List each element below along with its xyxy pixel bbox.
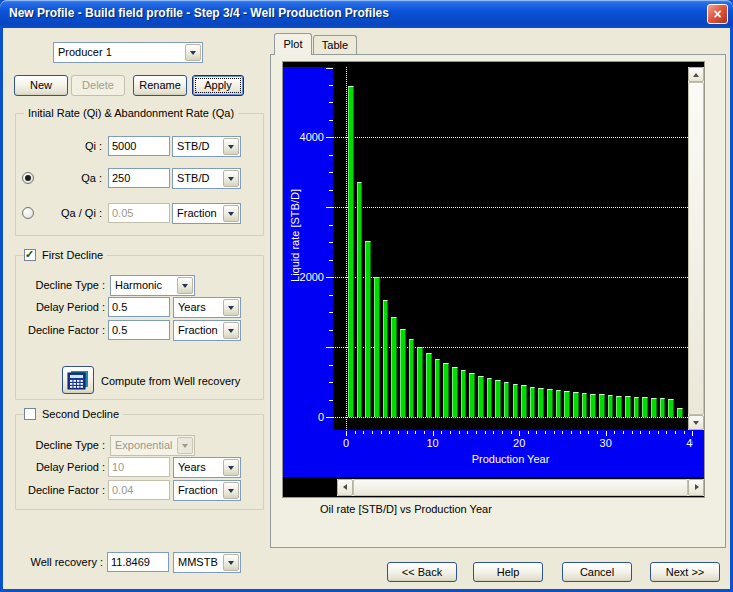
y-tick — [329, 120, 333, 121]
gridline — [333, 137, 688, 138]
x-tick — [692, 431, 693, 436]
qaqi-unit-select[interactable]: Fraction — [172, 203, 241, 224]
scroll-up-button[interactable] — [688, 67, 704, 82]
second-decline-factor-unit-select[interactable]: Fraction — [173, 480, 241, 501]
horizontal-scrollbar[interactable] — [337, 479, 704, 496]
chevron-down-icon[interactable] — [223, 322, 239, 339]
vertical-scrollbar[interactable] — [688, 67, 704, 430]
x-tick — [407, 431, 408, 434]
x-tick-label: 40 — [686, 437, 693, 449]
well-recovery-unit-select[interactable]: MMSTB — [173, 552, 241, 573]
bar — [461, 370, 467, 417]
producer-select[interactable]: Producer 1 — [53, 42, 203, 63]
x-tick — [640, 431, 641, 434]
chevron-down-icon[interactable] — [185, 44, 201, 61]
chart-caption: Oil rate [STB/D] vs Production Year — [320, 503, 492, 515]
x-tick — [588, 431, 589, 434]
tab-table[interactable]: Table — [313, 35, 357, 54]
chevron-down-icon[interactable] — [223, 554, 239, 571]
qa-unit-value: STB/D — [177, 172, 222, 184]
chevron-down-icon[interactable] — [223, 482, 239, 499]
qi-label: Qi : — [30, 140, 102, 152]
y-tick — [329, 330, 333, 331]
chevron-down-icon[interactable] — [223, 205, 239, 222]
delay-period-unit-value: Years — [178, 301, 222, 313]
second-decline-checkbox[interactable] — [24, 408, 36, 420]
arrow-right-icon — [695, 484, 699, 490]
scroll-right-button[interactable] — [688, 479, 704, 496]
scroll-left-button[interactable] — [337, 479, 353, 496]
first-decline-checkbox[interactable] — [24, 249, 36, 261]
x-tick — [597, 431, 598, 434]
y-tick — [329, 190, 333, 191]
y-tick — [326, 347, 333, 348]
chevron-down-icon[interactable] — [223, 138, 239, 155]
x-tick — [545, 431, 546, 434]
vertical-scroll-thumb[interactable] — [688, 82, 704, 415]
decline-factor-unit-select[interactable]: Fraction — [173, 320, 241, 341]
second-decline-type-label: Decline Type : — [20, 439, 105, 451]
chevron-down-icon[interactable] — [223, 459, 239, 476]
decline-factor-input[interactable] — [108, 320, 170, 340]
x-tick — [580, 431, 581, 434]
tab-plot[interactable]: Plot — [274, 33, 312, 55]
bar — [651, 398, 657, 417]
x-tick — [372, 431, 373, 434]
x-tick — [554, 431, 555, 434]
x-tick — [614, 431, 615, 434]
new-button[interactable]: New — [14, 75, 68, 96]
bar — [616, 396, 622, 417]
bar — [521, 385, 527, 417]
rename-button[interactable]: Rename — [133, 75, 187, 96]
x-tick-label: 30 — [600, 437, 612, 449]
qa-unit-select[interactable]: STB/D — [172, 168, 241, 189]
second-delay-period-unit-value: Years — [178, 461, 222, 473]
zero-line — [333, 417, 688, 418]
x-tick — [381, 431, 382, 434]
bar — [348, 86, 354, 417]
bar — [495, 380, 501, 417]
delay-period-unit-select[interactable]: Years — [173, 297, 241, 318]
bar — [564, 391, 570, 417]
help-button[interactable]: Help — [473, 562, 543, 582]
close-icon[interactable]: × — [707, 4, 728, 24]
chevron-down-icon[interactable] — [223, 299, 239, 316]
well-recovery-input[interactable] — [107, 552, 169, 572]
horizontal-scroll-thumb[interactable] — [353, 479, 688, 496]
back-button[interactable]: << Back — [387, 562, 457, 582]
qi-unit-select[interactable]: STB/D — [172, 136, 241, 157]
cancel-button[interactable]: Cancel — [562, 562, 632, 582]
first-decline-header: First Decline — [24, 249, 107, 261]
qa-input[interactable] — [108, 168, 170, 188]
bar — [547, 389, 553, 417]
title-bar[interactable]: New Profile - Build field profile - Step… — [0, 0, 733, 28]
first-decline-title: First Decline — [42, 249, 103, 261]
x-tick — [536, 431, 537, 434]
x-tick — [666, 431, 667, 434]
arrow-down-icon — [693, 421, 699, 425]
qi-input[interactable] — [108, 136, 170, 156]
second-delay-period-unit-select[interactable]: Years — [173, 457, 241, 478]
x-tick — [476, 431, 477, 434]
bar — [625, 396, 631, 417]
scroll-down-button[interactable] — [688, 415, 704, 430]
compute-button[interactable] — [62, 366, 94, 394]
chevron-down-icon[interactable] — [223, 170, 239, 187]
qaqi-label: Qa / Qi : — [30, 207, 102, 219]
bar — [391, 317, 397, 417]
initial-rate-group-title: Initial Rate (Qi) & Abandonment Rate (Qa… — [24, 107, 238, 119]
decline-type-select[interactable]: Harmonic — [110, 275, 195, 296]
y-tick — [326, 277, 333, 278]
delay-period-input[interactable] — [108, 297, 170, 317]
production-chart[interactable]: Liquid rate [STB/D] Production Year 0200… — [283, 62, 704, 497]
dialog-window: New Profile - Build field profile - Step… — [0, 0, 733, 592]
next-button[interactable]: Next >> — [650, 562, 720, 582]
apply-button[interactable]: Apply — [192, 75, 244, 96]
bar — [374, 277, 380, 417]
delete-button: Delete — [71, 75, 125, 96]
chart-y-axis-label: Liquid rate [STB/D] — [289, 161, 302, 311]
bar — [660, 398, 666, 417]
x-tick — [433, 431, 434, 436]
bar — [590, 394, 596, 417]
chevron-down-icon[interactable] — [177, 277, 193, 294]
